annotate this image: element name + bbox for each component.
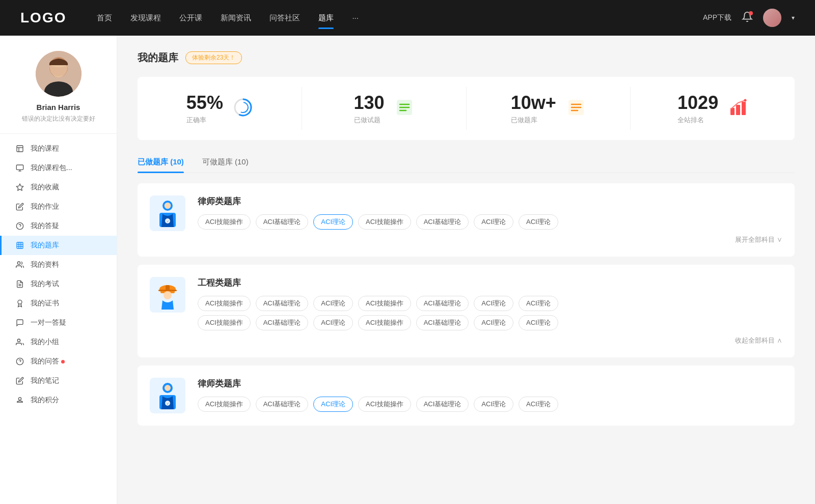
- l2-tag-4[interactable]: ACI基础理论: [416, 397, 469, 412]
- svg-rect-53: [166, 285, 170, 290]
- main-nav: 首页 发现课程 公开课 新闻资讯 问答社区 题库 ···: [97, 11, 703, 25]
- l2-tag-3[interactable]: ACI技能操作: [358, 397, 411, 412]
- sidebar-item-exam[interactable]: 我的考试: [0, 274, 117, 294]
- profile-icon: [15, 260, 24, 269]
- sidebar-item-favorites[interactable]: 我的收藏: [0, 178, 117, 197]
- tag-1[interactable]: ACI基础理论: [256, 214, 309, 230]
- bank-tabs: 已做题库 (10) 可做题库 (10): [138, 152, 795, 173]
- homework-icon: [15, 202, 24, 211]
- expand-link-lawyer-1[interactable]: 展开全部科目 ∨: [735, 236, 782, 243]
- app-download-button[interactable]: APP下载: [703, 13, 731, 22]
- group-icon: [15, 338, 24, 347]
- tag-6[interactable]: ACI理论: [519, 214, 558, 230]
- eng-tag-r2-4[interactable]: ACI基础理论: [416, 315, 469, 330]
- svg-rect-39: [736, 105, 740, 115]
- eng-tag-r2-6[interactable]: ACI理论: [519, 315, 558, 330]
- nav-home[interactable]: 首页: [97, 11, 112, 25]
- avatar[interactable]: [763, 9, 781, 27]
- layout: Brian Harris 错误的决定比没有决定要好 我的课程 我的课程包...: [0, 36, 815, 504]
- favorites-icon: [15, 183, 24, 192]
- svg-point-56: [165, 385, 171, 391]
- trial-badge: 体验剩余23天！: [185, 51, 242, 64]
- sidebar-item-course-bundle[interactable]: 我的课程包...: [0, 158, 117, 178]
- eng-tag-r2-2[interactable]: ACI理论: [313, 315, 353, 330]
- eng-tag-r2-3[interactable]: ACI技能操作: [358, 315, 411, 330]
- stat-accuracy-icon: [233, 98, 253, 119]
- bank-card-tags-engineer-row1: ACI技能操作 ACI基础理论 ACI理论 ACI技能操作 ACI基础理论 AC…: [198, 296, 782, 311]
- eng-tag-6[interactable]: ACI理论: [519, 296, 558, 311]
- l2-tag-0[interactable]: ACI技能操作: [198, 397, 251, 412]
- bank-card-icon-lawyer-2: ✓: [150, 378, 185, 413]
- collapse-link-engineer[interactable]: 收起全部科目 ∧: [735, 337, 782, 344]
- eng-tag-5[interactable]: ACI理论: [474, 296, 513, 311]
- sidebar-avatar: [36, 51, 82, 97]
- tag-4[interactable]: ACI基础理论: [416, 214, 469, 230]
- eng-tag-r2-1[interactable]: ACI基础理论: [256, 315, 309, 330]
- sidebar-label-course: 我的课程: [31, 144, 59, 153]
- eng-tag-3[interactable]: ACI技能操作: [358, 296, 411, 311]
- tab-done[interactable]: 已做题库 (10): [138, 152, 184, 172]
- exam-icon: [15, 279, 24, 289]
- sidebar-label-profile: 我的资料: [31, 260, 59, 269]
- logo: LOGO: [20, 10, 66, 26]
- nav-news[interactable]: 新闻资讯: [221, 11, 251, 25]
- stat-done-questions: 130 已做试题: [302, 87, 467, 130]
- sidebar-item-tutoring[interactable]: 一对一答疑: [0, 313, 117, 332]
- sidebar-item-bank[interactable]: 我的题库: [0, 236, 117, 255]
- eng-tag-r2-0[interactable]: ACI技能操作: [198, 315, 251, 330]
- sidebar-item-profile[interactable]: 我的资料: [0, 255, 117, 274]
- nav-more[interactable]: ···: [352, 11, 359, 25]
- tab-available[interactable]: 可做题库 (10): [202, 152, 249, 172]
- sidebar-label-favorites: 我的收藏: [31, 183, 59, 192]
- notification-bell[interactable]: [742, 11, 753, 24]
- l2-tag-5[interactable]: ACI理论: [474, 397, 513, 412]
- sidebar-item-homework[interactable]: 我的作业: [0, 197, 117, 216]
- tag-2-active[interactable]: ACI理论: [313, 214, 353, 230]
- eng-tag-4[interactable]: ACI基础理论: [416, 296, 469, 311]
- svg-text:✓: ✓: [167, 402, 169, 405]
- l2-tag-1[interactable]: ACI基础理论: [256, 397, 309, 412]
- main-content: 我的题库 体验剩余23天！ 55% 正确率: [117, 36, 815, 504]
- sidebar-label-tutoring: 一对一答疑: [31, 318, 66, 327]
- svg-point-19: [17, 262, 20, 264]
- eng-tag-0[interactable]: ACI技能操作: [198, 296, 251, 311]
- sidebar-item-course[interactable]: 我的课程: [0, 139, 117, 158]
- sidebar-label-questions: 我的问答: [31, 357, 59, 366]
- l2-tag-2-active[interactable]: ACI理论: [313, 397, 353, 412]
- sidebar-item-group[interactable]: 我的小组: [0, 332, 117, 352]
- sidebar-label-qa: 我的答疑: [31, 221, 59, 231]
- svg-point-45: [165, 203, 171, 209]
- stat-ranking-label: 全站排名: [677, 116, 723, 125]
- nav-discover[interactable]: 发现课程: [130, 11, 161, 25]
- bank-card-body-lawyer-2: 律师类题库 ACI技能操作 ACI基础理论 ACI理论 ACI技能操作 ACI基…: [198, 378, 782, 412]
- eng-tag-r2-5[interactable]: ACI理论: [474, 315, 513, 330]
- sidebar-item-certificate[interactable]: 我的证书: [0, 294, 117, 313]
- bank-card-icon-engineer: [150, 277, 185, 313]
- stat-done-banks: 10w+ 已做题库: [467, 87, 631, 130]
- nav-qa[interactable]: 问答社区: [269, 11, 300, 25]
- nav-bank[interactable]: 题库: [318, 11, 334, 25]
- stat-done-banks-value-block: 10w+ 已做题库: [511, 92, 561, 125]
- sidebar-item-questions[interactable]: 我的问答: [0, 352, 117, 371]
- sidebar-item-points[interactable]: 我的积分: [0, 390, 117, 410]
- nav-open-course[interactable]: 公开课: [179, 11, 202, 25]
- tag-3[interactable]: ACI技能操作: [358, 214, 411, 230]
- tag-0[interactable]: ACI技能操作: [198, 214, 251, 230]
- engineer-icon: [154, 280, 181, 310]
- eng-tag-1[interactable]: ACI基础理论: [256, 296, 309, 311]
- sidebar-motto: 错误的决定比没有决定要好: [22, 115, 95, 123]
- user-menu-chevron[interactable]: ▾: [792, 14, 795, 21]
- svg-point-41: [744, 99, 747, 102]
- eng-tag-2[interactable]: ACI理论: [313, 296, 353, 311]
- bank-card-title-lawyer-2: 律师类题库: [198, 378, 782, 389]
- sidebar-item-qa[interactable]: 我的答疑: [0, 216, 117, 236]
- l2-tag-6[interactable]: ACI理论: [519, 397, 558, 412]
- sidebar-label-points: 我的积分: [31, 396, 59, 405]
- tutoring-icon: [15, 318, 24, 327]
- stat-done-questions-label: 已做试题: [354, 116, 390, 125]
- bank-card-lawyer-2: ✓ 律师类题库 ACI技能操作 ACI基础理论 ACI理论 ACI技能操作 AC…: [138, 366, 795, 426]
- sidebar-item-notes[interactable]: 我的笔记: [0, 371, 117, 390]
- sidebar-label-notes: 我的笔记: [31, 376, 59, 385]
- tag-5[interactable]: ACI理论: [474, 214, 513, 230]
- lawyer-icon-2: ✓: [154, 381, 181, 410]
